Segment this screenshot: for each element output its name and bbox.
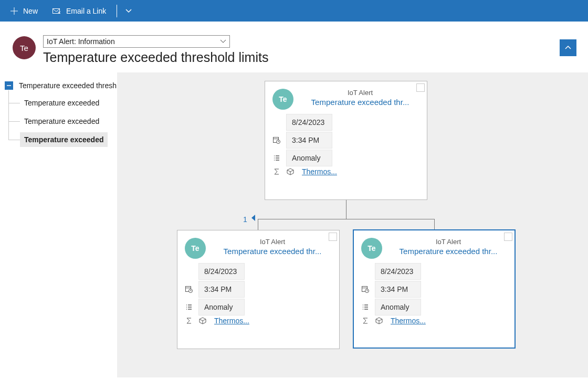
device-icon: [375, 317, 383, 325]
connector-line: [346, 200, 346, 219]
sigma-icon: [361, 317, 370, 324]
calendar-clock-icon: [361, 286, 370, 293]
card-date-field[interactable]: 8/24/2023: [375, 263, 421, 280]
card-date-field[interactable]: 8/24/2023: [286, 114, 332, 131]
card-header: Te IoT Alert Temperature exceeded thr...: [177, 230, 339, 262]
tree-child-node[interactable]: Temperature exceeded: [8, 93, 117, 112]
hierarchy-tree: Temperature exceeded thresh Temperature …: [0, 72, 117, 377]
collapse-header-button[interactable]: [560, 39, 576, 56]
card-avatar: Te: [272, 89, 293, 110]
tree-child-node[interactable]: Temperature exceeded: [8, 112, 117, 130]
card-time-field[interactable]: 3:34 PM: [198, 281, 245, 298]
sigma-icon: [272, 168, 281, 175]
card-header: Te IoT Alert Temperature exceeded thr...: [354, 230, 514, 262]
tree-root-node[interactable]: Temperature exceeded thresh: [0, 78, 117, 93]
card-title-link[interactable]: Temperature exceeded thr...: [213, 247, 332, 256]
list-icon: [361, 303, 370, 311]
calendar-clock-icon: [185, 286, 193, 293]
plus-icon: [10, 7, 18, 15]
card-category-field[interactable]: Anomaly: [375, 299, 421, 315]
card-type-label: IoT Alert: [301, 89, 419, 97]
email-link-button[interactable]: Email a Link: [46, 0, 112, 22]
tree-child-label: Temperature exceeded: [20, 132, 108, 147]
record-header: Te IoT Alert: Information Temperature ex…: [0, 22, 588, 72]
card-header: Te IoT Alert Temperature exceeded thr...: [265, 81, 427, 113]
calendar-clock-icon: [272, 136, 281, 144]
device-icon: [286, 167, 295, 176]
connector-line: [434, 219, 435, 230]
card-device-link[interactable]: Thermos...: [388, 317, 426, 325]
hierarchy-card[interactable]: Te IoT Alert Temperature exceeded thr...…: [265, 81, 427, 200]
triangle-left-icon: [250, 214, 257, 222]
toolbar-divider: [117, 5, 117, 17]
card-expand-toggle[interactable]: [416, 83, 425, 92]
nav-left-button[interactable]: [250, 214, 257, 222]
card-avatar: Te: [185, 238, 206, 259]
list-icon: [185, 303, 193, 311]
email-link-label: Email a Link: [66, 7, 106, 15]
chevron-up-icon: [564, 44, 572, 51]
tree-children: Temperature exceeded Temperature exceede…: [8, 93, 117, 149]
form-selector[interactable]: IoT Alert: Information: [43, 35, 230, 48]
card-time-field[interactable]: 3:34 PM: [375, 281, 421, 298]
device-icon: [198, 317, 207, 325]
card-expand-toggle[interactable]: [504, 233, 512, 241]
hierarchy-canvas[interactable]: 1 Te IoT Alert Temperature exceeded thr.…: [117, 72, 588, 377]
card-device-link[interactable]: Thermos...: [212, 317, 249, 325]
tree-child-label: Temperature exceeded: [20, 114, 103, 129]
hierarchy-card[interactable]: Te IoT Alert Temperature exceeded thr...…: [177, 230, 340, 349]
tree-root-label: Temperature exceeded thresh: [19, 81, 117, 90]
collapse-node-button[interactable]: [4, 81, 14, 90]
record-avatar: Te: [13, 36, 36, 59]
chevron-down-icon: [125, 8, 132, 14]
new-button[interactable]: New: [4, 0, 44, 22]
child-count: 1: [243, 215, 247, 224]
page-title: Temperature exceeded threshold limits: [43, 50, 579, 65]
list-icon: [272, 154, 281, 162]
card-title-link[interactable]: Temperature exceeded thr...: [301, 98, 419, 107]
tree-child-node[interactable]: Temperature exceeded: [8, 130, 117, 149]
hierarchy-card[interactable]: Te IoT Alert Temperature exceeded thr...…: [353, 229, 516, 349]
minus-icon: [6, 83, 12, 88]
chevron-down-icon: [220, 38, 226, 45]
tree-child-label: Temperature exceeded: [20, 96, 103, 110]
more-commands-button[interactable]: [121, 0, 136, 22]
connector-line: [258, 219, 258, 230]
form-selector-label: IoT Alert: Information: [47, 37, 115, 46]
card-time-field[interactable]: 3:34 PM: [286, 132, 332, 149]
card-avatar: Te: [361, 238, 382, 259]
card-type-label: IoT Alert: [213, 238, 332, 246]
card-expand-toggle[interactable]: [329, 233, 337, 241]
card-type-label: IoT Alert: [390, 238, 507, 246]
card-date-field[interactable]: 8/24/2023: [198, 263, 245, 280]
card-device-link[interactable]: Thermos...: [300, 167, 337, 176]
email-icon: [52, 7, 61, 15]
sigma-icon: [185, 317, 193, 324]
body-area: Temperature exceeded thresh Temperature …: [0, 72, 588, 377]
header-texts: IoT Alert: Information Temperature excee…: [43, 35, 579, 65]
card-category-field[interactable]: Anomaly: [286, 150, 332, 166]
command-bar: New Email a Link: [0, 0, 588, 22]
card-category-field[interactable]: Anomaly: [198, 299, 245, 315]
card-title-link[interactable]: Temperature exceeded thr...: [390, 247, 507, 256]
new-label: New: [23, 7, 38, 15]
connector-line: [258, 219, 434, 219]
